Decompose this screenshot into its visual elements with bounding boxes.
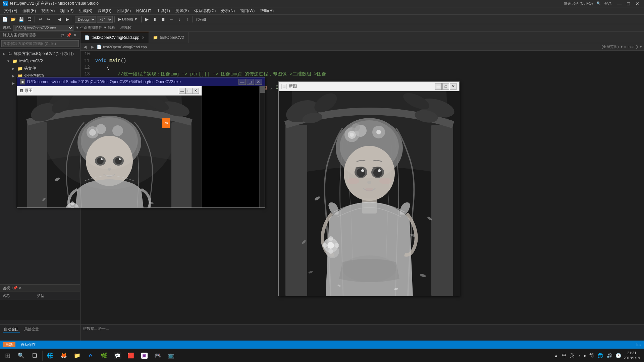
login-label[interactable]: 登录: [604, 1, 612, 6]
console-minimize-btn[interactable]: —: [238, 79, 246, 85]
console-close-btn[interactable]: ✕: [255, 79, 262, 85]
watch-pin-btn[interactable]: 📌: [13, 286, 18, 290]
minimize-btn[interactable]: —: [615, 1, 624, 6]
menu-analyze[interactable]: 分析(N): [218, 7, 237, 14]
console-scrollbar[interactable]: [259, 86, 265, 207]
network-icon[interactable]: 🌐: [596, 353, 604, 358]
step-into-btn[interactable]: ↓: [175, 16, 183, 23]
menu-file[interactable]: 文件(F): [1, 7, 20, 14]
platform-dropdown[interactable]: x64: [97, 16, 113, 23]
qq-btn[interactable]: 🟥: [124, 349, 137, 362]
watch-close-btn[interactable]: ✕: [19, 286, 22, 290]
img-maximize-btn[interactable]: □: [185, 88, 192, 94]
clock-icon[interactable]: 🕐: [614, 353, 622, 358]
save-all-btn[interactable]: 🖫: [25, 16, 33, 23]
code-line-11: 11 void main(): [80, 57, 644, 64]
time: 21:31: [624, 351, 640, 355]
new-img-close-btn[interactable]: ✕: [450, 83, 457, 90]
ie-btn[interactable]: e: [84, 349, 97, 362]
ime-ch-icon[interactable]: 中: [561, 353, 568, 359]
notification-badge[interactable]: S: [162, 118, 170, 128]
vs-btn[interactable]: ▣: [138, 349, 151, 362]
menu-debug[interactable]: 调试(D): [95, 7, 114, 14]
menu-test[interactable]: 测试(S): [173, 7, 192, 14]
game-btn[interactable]: 🎮: [151, 349, 164, 362]
tab-close-btn[interactable]: ✕: [142, 36, 145, 40]
menu-team[interactable]: 团队(M): [114, 7, 133, 14]
redo-btn[interactable]: ↪: [45, 16, 52, 23]
media-btn[interactable]: 📺: [165, 349, 177, 362]
folder-btn[interactable]: 📁: [71, 349, 84, 362]
menu-window[interactable]: 窗口(W): [237, 7, 257, 14]
local-vars-tab[interactable]: 局部变量: [23, 326, 40, 333]
ime-note-icon[interactable]: ♪: [577, 353, 581, 358]
nav-back-btn[interactable]: ◀: [82, 44, 88, 50]
img-close-btn[interactable]: ✕: [192, 88, 199, 94]
img-minimize-btn[interactable]: —: [179, 88, 185, 94]
console-window[interactable]: ▣ D:\Documents\Visual Studio 2013\qCUDA\…: [17, 77, 265, 208]
step-out-btn[interactable]: ↑: [183, 16, 191, 23]
menu-nsight[interactable]: NSIGHT: [133, 8, 154, 14]
console-maximize-btn[interactable]: □: [247, 79, 254, 85]
menu-help[interactable]: 帮助(H): [257, 7, 276, 14]
menu-architecture[interactable]: 体系结构(C): [192, 7, 219, 14]
back-btn[interactable]: ◀: [56, 16, 63, 23]
nav-bar: ◀ ▶ 📄 test2OpenCVimgRead.cpp (全局范围) ▼ ▸ …: [80, 43, 644, 51]
stop-btn[interactable]: ⏹: [159, 16, 167, 23]
task-view-btn[interactable]: ❑: [28, 349, 41, 362]
save-btn[interactable]: 💾: [17, 16, 25, 23]
sidebar-close-btn[interactable]: ✕: [73, 33, 77, 38]
code-map-btn[interactable]: 代码图: [195, 16, 207, 23]
time-display[interactable]: 21:31 2018/1/19: [624, 351, 640, 360]
new-project-btn[interactable]: 📄: [1, 16, 9, 23]
tab-project[interactable]: 📁 testOpenCV2: [149, 32, 189, 43]
forward-btn[interactable]: ▶: [64, 16, 71, 23]
tab-cpp-file[interactable]: 📄 test2OpenCVimgRead.cpp ✕: [80, 32, 149, 43]
menu-view[interactable]: 视图(V): [39, 7, 57, 14]
menu-edit[interactable]: 编辑(E): [20, 7, 39, 14]
new-img-minimize-btn[interactable]: —: [435, 83, 442, 90]
app2-btn[interactable]: 🌿: [98, 349, 110, 362]
scroll-thumb[interactable]: [260, 86, 265, 93]
maximize-btn[interactable]: □: [625, 1, 632, 6]
start-btn[interactable]: ⊞: [1, 349, 14, 362]
sync-btn[interactable]: ⇄: [60, 33, 65, 38]
window-controls[interactable]: — □ ✕: [615, 1, 641, 6]
menu-project[interactable]: 项目(P): [57, 7, 76, 14]
pause-btn[interactable]: ⏸: [151, 16, 159, 23]
ime-simple-icon[interactable]: 简: [588, 353, 595, 359]
search-icon[interactable]: 🔍: [596, 1, 601, 6]
svg-point-63: [327, 242, 334, 249]
search-btn[interactable]: 🔍: [15, 349, 28, 362]
member-selector[interactable]: main() ▼: [628, 45, 643, 49]
volume-icon[interactable]: 🔊: [605, 353, 613, 358]
auto-window-tab[interactable]: 自动窗口: [3, 326, 20, 333]
open-btn[interactable]: 📂: [9, 16, 17, 23]
sidebar-pin-btn[interactable]: 📌: [66, 33, 72, 38]
ime-diamond-icon[interactable]: ♦: [583, 353, 587, 358]
browser-btn[interactable]: 🌐: [44, 349, 57, 362]
config-dropdown[interactable]: Debug: [75, 16, 96, 23]
menu-build[interactable]: 生成(B): [76, 7, 95, 14]
menu-tools[interactable]: 工具(T): [154, 7, 172, 14]
process-select[interactable]: [9320] testOpenCV2.exe: [13, 25, 73, 31]
arrow-up-icon[interactable]: ▲: [553, 353, 559, 358]
search-input[interactable]: [1, 40, 79, 47]
close-btn[interactable]: ✕: [633, 1, 641, 6]
continue-btn[interactable]: ▶: [143, 16, 151, 23]
tree-item-project[interactable]: ▼ 📁 testOpenCV2: [0, 57, 80, 65]
undo-btn[interactable]: ↩: [37, 16, 44, 23]
tree-item-headers[interactable]: ▶ 📁 头文件: [0, 65, 80, 72]
new-image-window[interactable]: 🖼 新图 — □ ✕: [278, 81, 460, 296]
tab-icon: 📁: [153, 35, 158, 40]
scope-selector[interactable]: (全局范围) ▼: [601, 45, 623, 49]
wechat-btn[interactable]: 💬: [111, 349, 124, 362]
ie-icon: e: [89, 353, 92, 359]
step-over-btn[interactable]: →: [167, 16, 175, 23]
firefox-btn[interactable]: 🦊: [57, 349, 70, 362]
tree-item-solution[interactable]: ▶ 🗂 解决方案'testOpenCV2'(1 个项目): [0, 50, 80, 57]
nav-forward-btn[interactable]: ▶: [89, 44, 95, 50]
new-img-maximize-btn[interactable]: □: [442, 83, 449, 90]
ime-en-icon[interactable]: 英: [569, 353, 576, 359]
attach-btn[interactable]: ▶ Debug ▼: [116, 16, 140, 23]
